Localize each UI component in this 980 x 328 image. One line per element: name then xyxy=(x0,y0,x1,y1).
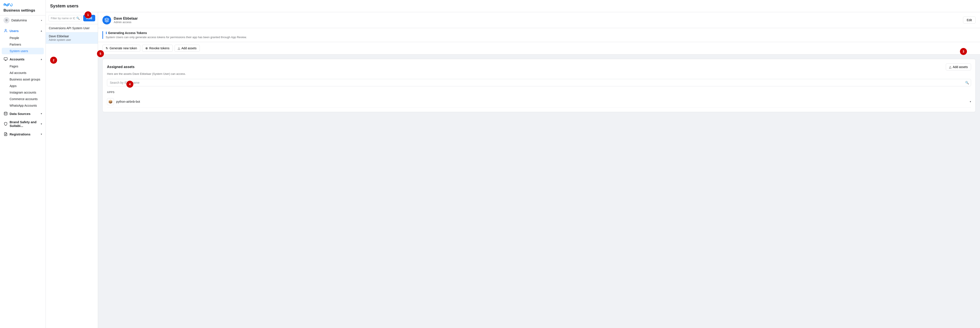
accounts-icon xyxy=(3,57,8,61)
assets-subtitle: Here are the assets Dave Ebbelaar (Syste… xyxy=(107,72,971,75)
nav-section-data-sources-header[interactable]: Data Sources ▾ xyxy=(0,110,46,118)
nav-section-accounts-header[interactable]: Accounts ▴ xyxy=(0,55,46,63)
svg-point-1 xyxy=(5,29,6,30)
generate-token-button[interactable]: ↻ Generate new token xyxy=(102,45,140,52)
main-content: System users 🔍 Add Conversions API Syste… xyxy=(46,0,980,328)
registrations-label: Registrations xyxy=(10,132,41,136)
list-item-dave-sub: Admin system user xyxy=(49,38,95,42)
registrations-icon xyxy=(3,132,8,136)
page-header: System users xyxy=(46,0,980,12)
asset-chevron-icon[interactable]: ▾ xyxy=(970,100,971,103)
revoke-icon: ⊗ xyxy=(145,46,148,50)
add-assets-label: Add assets xyxy=(953,65,968,69)
sidebar-item-apps[interactable]: Apps xyxy=(0,83,46,89)
svg-point-3 xyxy=(4,112,7,113)
sidebar-item-whatsapp-accounts[interactable]: WhatsApp Accounts xyxy=(0,102,46,109)
page-title: System users xyxy=(50,3,976,8)
users-icon xyxy=(3,29,8,33)
sidebar: Meta Business settings D Datalumina ▾ Us… xyxy=(0,0,46,328)
nav-section-data-sources: Data Sources ▾ xyxy=(0,110,46,118)
detail-user-role: Admin access xyxy=(114,21,138,24)
meta-logo-svg: Meta xyxy=(3,3,15,6)
detail-user-info: Dave Ebbelaar Admin access xyxy=(114,17,138,24)
sidebar-item-system-users[interactable]: System users xyxy=(2,48,44,54)
detail-notice: ℹ Generating Access Tokens System Users … xyxy=(98,28,980,42)
nav-section-users-header[interactable]: Users ▴ xyxy=(0,27,46,35)
asset-name: python-airbnb-bot xyxy=(116,100,140,103)
sidebar-item-people[interactable]: People xyxy=(0,35,46,41)
detail-header-left: Dave Ebbelaar Admin access xyxy=(102,16,138,24)
asset-search-icon: 🔍 xyxy=(965,81,969,85)
sidebar-item-partners[interactable]: Partners xyxy=(0,41,46,48)
nav-section-users: Users ▴ People Partners System users xyxy=(0,27,46,54)
list-panel: 🔍 Add Conversions API System User Dave E… xyxy=(46,12,98,328)
add-assets-icon: △ xyxy=(949,65,951,69)
add-assets-action-icon: △ xyxy=(178,46,180,50)
data-sources-label: Data Sources xyxy=(10,112,41,115)
sidebar-item-ad-accounts[interactable]: Ad accounts xyxy=(0,70,46,76)
app-icon: 📦 xyxy=(107,98,114,105)
detail-avatar xyxy=(102,16,111,24)
chevron-down-brand-safety-icon: ▾ xyxy=(41,123,42,125)
asset-search-input[interactable] xyxy=(107,79,971,86)
chevron-down-registrations-icon: ▾ xyxy=(41,133,42,136)
add-assets-action-label: Add assets xyxy=(181,46,197,50)
content-area: 🔍 Add Conversions API System User Dave E… xyxy=(46,12,980,328)
nav-section-accounts: Accounts ▴ Pages Ad accounts Business as… xyxy=(0,55,46,109)
generate-token-label: Generate new token xyxy=(110,46,137,50)
nav-section-registrations: Registrations ▾ xyxy=(0,130,46,138)
edit-button[interactable]: Edit xyxy=(963,17,976,24)
chevron-up-accounts-icon: ▴ xyxy=(41,58,42,61)
svg-rect-2 xyxy=(4,58,7,60)
sidebar-item-pages[interactable]: Pages xyxy=(0,63,46,70)
assets-card: Assigned assets △ Add assets Here are th… xyxy=(102,59,976,112)
sidebar-title: Business settings xyxy=(3,8,42,13)
detail-header: Dave Ebbelaar Admin access Edit xyxy=(98,12,980,28)
list-item[interactable]: Conversions API System User xyxy=(46,24,98,32)
accounts-label: Accounts xyxy=(10,58,41,61)
assets-title: Assigned assets xyxy=(107,65,134,69)
users-label: Users xyxy=(10,29,41,33)
asset-category-label: Apps xyxy=(107,91,971,94)
account-name: Datalumina xyxy=(11,19,39,22)
notice-title: ℹ Generating Access Tokens xyxy=(106,31,247,35)
search-icon: 🔍 xyxy=(76,17,80,20)
avatar: D xyxy=(3,17,10,23)
sidebar-account[interactable]: D Datalumina ▾ xyxy=(0,16,46,25)
list-item-selected[interactable]: Dave Ebbelaar Admin system user xyxy=(46,32,98,44)
data-sources-icon xyxy=(3,112,8,116)
revoke-tokens-button[interactable]: ⊗ Revoke tokens xyxy=(142,45,173,52)
detail-user-name: Dave Ebbelaar xyxy=(114,17,138,21)
list-search-area: 🔍 Add xyxy=(46,12,98,24)
asset-row: 📦 python-airbnb-bot ▾ xyxy=(107,96,971,107)
nav-section-brand-safety-header[interactable]: Brand Safety and Suitabi... ▾ xyxy=(0,118,46,129)
sidebar-nav: Users ▴ People Partners System users Acc… xyxy=(0,25,46,328)
sidebar-header: Meta Business settings xyxy=(0,0,46,16)
notice-text: System Users can only generate access to… xyxy=(106,35,247,39)
revoke-tokens-label: Revoke tokens xyxy=(149,46,170,50)
add-assets-button[interactable]: △ Add assets xyxy=(946,64,971,70)
refresh-icon: ↻ xyxy=(106,46,108,50)
detail-panel: Dave Ebbelaar Admin access Edit ℹ Genera… xyxy=(98,12,980,328)
sidebar-item-business-asset-groups[interactable]: Business asset groups xyxy=(0,76,46,83)
asset-search-wrap: 🔍 xyxy=(107,79,971,86)
notice-title-text: Generating Access Tokens xyxy=(108,31,147,35)
add-button[interactable]: Add xyxy=(83,15,95,21)
sidebar-item-instagram-accounts[interactable]: Instagram accounts xyxy=(0,89,46,96)
meta-logo: Meta xyxy=(3,3,42,6)
list-item-name: Conversions API System User xyxy=(49,26,95,30)
nav-section-brand-safety: Brand Safety and Suitabi... ▾ xyxy=(0,118,46,129)
search-input-wrap: 🔍 xyxy=(48,15,81,21)
nav-section-registrations-header[interactable]: Registrations ▾ xyxy=(0,130,46,138)
chevron-up-icon: ▴ xyxy=(41,29,42,32)
notice-border: ℹ Generating Access Tokens System Users … xyxy=(102,31,247,39)
svg-text:Meta: Meta xyxy=(3,3,9,6)
detail-actions: ↻ Generate new token ⊗ Revoke tokens △ A… xyxy=(98,42,980,54)
chevron-down-data-sources-icon: ▾ xyxy=(41,112,42,115)
sidebar-item-commerce-accounts[interactable]: Commerce accounts xyxy=(0,96,46,102)
list-items: Conversions API System User Dave Ebbelaa… xyxy=(46,24,98,328)
add-assets-action-button[interactable]: △ Add assets xyxy=(175,45,200,52)
brand-safety-icon xyxy=(3,122,8,126)
detail-assets: Assigned assets △ Add assets Here are th… xyxy=(98,54,980,117)
chevron-down-icon: ▾ xyxy=(41,19,42,22)
